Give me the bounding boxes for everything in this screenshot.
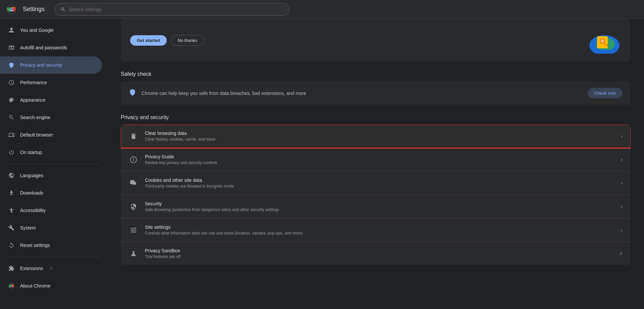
- search-icon: [60, 7, 66, 12]
- privacy-sandbox-title: Privacy Sandbox: [145, 248, 612, 253]
- trash-icon: [129, 132, 138, 141]
- search-input[interactable]: [69, 7, 284, 12]
- security-text: Security Safe Browsing (protection from …: [145, 201, 614, 212]
- promo-illustration: [568, 27, 621, 54]
- no-thanks-button[interactable]: No thanks: [171, 35, 205, 46]
- settings-item-site-settings[interactable]: Site settings Controls what information …: [121, 218, 631, 242]
- safety-check-card: Chrome can help keep you safe from data …: [121, 81, 631, 105]
- sliders-icon: [129, 225, 138, 235]
- privacy-guide-title: Privacy Guide: [145, 154, 614, 159]
- sidebar-label-languages: Languages: [20, 173, 43, 178]
- flask-icon: [129, 249, 138, 258]
- layout: You and Google Autofill and passwords Pr…: [0, 19, 644, 309]
- settings-item-privacy-sandbox[interactable]: Privacy Sandbox Trial features are off ↗: [121, 242, 631, 265]
- badge-icon: [8, 44, 15, 51]
- get-started-button[interactable]: Get started: [130, 35, 167, 46]
- security-desc: Safe Browsing (protection from dangerous…: [145, 207, 614, 212]
- shield2-icon: [129, 202, 138, 211]
- search2-icon: [8, 114, 15, 121]
- sidebar-item-system[interactable]: System: [0, 219, 102, 237]
- settings-item-cookies[interactable]: Cookies and other site data Third-party …: [121, 171, 631, 195]
- privacy-sandbox-desc: Trial features are off: [145, 254, 612, 259]
- site-settings-title: Site settings: [145, 224, 614, 230]
- site-settings-desc: Controls what information sites can use …: [145, 231, 614, 236]
- sidebar-item-appearance[interactable]: Appearance: [0, 91, 102, 109]
- download-icon: [8, 190, 15, 196]
- settings-item-clear-browsing-data[interactable]: Clear browsing data Clear history, cooki…: [121, 124, 631, 148]
- privacy-guide-desc: Review key privacy and security controls: [145, 160, 614, 165]
- sidebar-item-reset-settings[interactable]: Reset settings: [0, 237, 102, 254]
- sidebar-item-languages[interactable]: Languages: [0, 167, 102, 184]
- sidebar-item-autofill[interactable]: Autofill and passwords: [0, 39, 102, 56]
- clear-browsing-data-title: Clear browsing data: [145, 131, 614, 136]
- search-bar[interactable]: [55, 3, 289, 16]
- sidebar-item-search-engine[interactable]: Search engine: [0, 109, 102, 126]
- wrench-icon: [8, 224, 15, 231]
- chevron-right-icon-3: ›: [621, 180, 623, 186]
- privacy-guide-text: Privacy Guide Review key privacy and sec…: [145, 154, 614, 165]
- chevron-right-icon-4: ›: [621, 204, 623, 210]
- page-title: Settings: [23, 6, 45, 13]
- external-link-icon: ↗: [50, 267, 52, 270]
- privacy-sandbox-text: Privacy Sandbox Trial features are off: [145, 248, 612, 259]
- sidebar-item-accessibility[interactable]: Accessibility: [0, 202, 102, 219]
- sidebar-label-about-chrome: About Chrome: [20, 283, 50, 289]
- puzzle-icon: [8, 265, 15, 272]
- sidebar-label-performance: Performance: [20, 80, 47, 85]
- sidebar-label-accessibility: Accessibility: [20, 208, 46, 213]
- sidebar-item-performance[interactable]: Performance: [0, 74, 102, 91]
- sidebar-label-autofill: Autofill and passwords: [20, 45, 67, 50]
- external-link-icon-2: ↗: [619, 251, 623, 256]
- sidebar-label-default-browser: Default browser: [20, 132, 53, 138]
- accessibility-icon: [8, 207, 15, 214]
- chrome2-icon: [8, 282, 15, 289]
- safety-check-section-title: Safety check: [121, 71, 631, 77]
- sidebar-label-appearance: Appearance: [20, 97, 46, 103]
- sidebar-item-default-browser[interactable]: Default browser: [0, 126, 102, 144]
- sidebar-label-downloads: Downloads: [20, 190, 43, 196]
- sidebar-label-privacy-security: Privacy and security: [20, 62, 62, 68]
- site-settings-text: Site settings Controls what information …: [145, 224, 614, 236]
- clear-browsing-data-text: Clear browsing data Clear history, cooki…: [145, 131, 614, 142]
- top-bar: Settings: [0, 0, 644, 19]
- promo-buttons: Get started No thanks: [130, 35, 204, 46]
- safety-shield-icon: [129, 89, 136, 98]
- top-promo-card: Get started No thanks: [121, 19, 631, 62]
- sidebar-item-privacy-security[interactable]: Privacy and security: [0, 56, 102, 74]
- sidebar-label-you-and-google: You and Google: [20, 28, 54, 33]
- cookies-title: Cookies and other site data: [145, 177, 614, 183]
- sidebar-label-system: System: [20, 225, 36, 230]
- sidebar-label-search-engine: Search engine: [20, 115, 50, 120]
- svg-point-9: [601, 39, 604, 43]
- power-icon: [8, 149, 15, 156]
- sidebar-item-downloads[interactable]: Downloads: [0, 184, 102, 202]
- clear-browsing-data-desc: Clear history, cookies, cache, and more: [145, 137, 614, 142]
- sidebar-item-you-and-google[interactable]: You and Google: [0, 21, 102, 39]
- sidebar-divider-1: [8, 164, 99, 164]
- palette-icon: [8, 97, 15, 103]
- check-now-button[interactable]: Check now: [588, 88, 623, 98]
- sidebar-label-reset-settings: Reset settings: [20, 243, 50, 248]
- settings-item-privacy-guide[interactable]: Privacy Guide Review key privacy and sec…: [121, 148, 631, 171]
- web-icon: [8, 132, 15, 138]
- sidebar-label-extensions: Extensions: [20, 266, 43, 271]
- person-icon: [8, 27, 15, 34]
- sidebar-divider-2: [8, 257, 99, 257]
- sidebar-item-on-startup[interactable]: On startup: [0, 144, 102, 161]
- privacy-security-section-title: Privacy and security: [121, 114, 631, 120]
- safety-check-description: Chrome can help keep you safe from data …: [142, 91, 582, 96]
- speed-icon: [8, 79, 15, 86]
- privacy-guide-icon: [129, 155, 138, 164]
- sidebar-item-about-chrome[interactable]: About Chrome: [0, 277, 102, 295]
- chrome-logo-icon: [7, 5, 16, 14]
- sidebar-item-extensions[interactable]: Extensions ↗: [0, 260, 102, 277]
- settings-item-security[interactable]: Security Safe Browsing (protection from …: [121, 195, 631, 218]
- cookies-text: Cookies and other site data Third-party …: [145, 177, 614, 189]
- cookies-desc: Third-party cookies are blocked in Incog…: [145, 184, 614, 189]
- chevron-right-icon-2: ›: [621, 157, 623, 163]
- shield-icon: [8, 62, 15, 68]
- svg-point-12: [133, 157, 134, 158]
- security-title: Security: [145, 201, 614, 206]
- chevron-right-icon-5: ›: [621, 227, 623, 233]
- globe-icon: [8, 172, 15, 179]
